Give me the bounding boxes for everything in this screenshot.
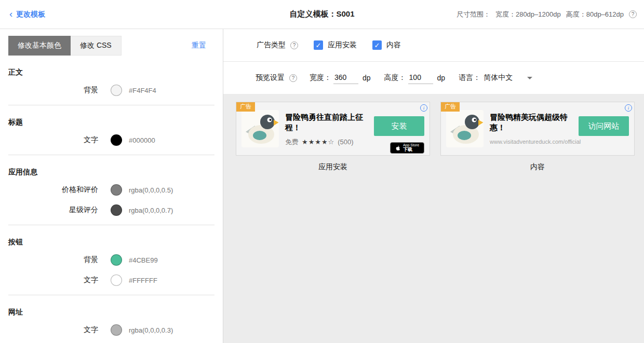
app-install-checkbox[interactable]: ✓ bbox=[314, 40, 323, 50]
language-selected-value: 简体中文 bbox=[484, 73, 513, 83]
ad-attribution-badge: 广告 bbox=[236, 102, 255, 112]
divider bbox=[8, 295, 214, 295]
content-caption: 内容 bbox=[530, 162, 545, 172]
editor-tabs: 修改基本颜色 修改 CSS 重置 bbox=[0, 36, 223, 56]
height-unit: dp bbox=[437, 74, 446, 82]
color-row-label: 价格和评价 bbox=[0, 185, 98, 195]
app-install-caption: 应用安装 bbox=[318, 162, 347, 172]
ad-rating-row: 免费 ★★★★☆ (500) bbox=[285, 138, 374, 147]
color-swatch[interactable] bbox=[111, 324, 122, 336]
ad-text-block: 冒险鸭精美玩偶超级特惠！ www.visitadventureduck.com/… bbox=[490, 107, 579, 145]
height-input[interactable] bbox=[408, 72, 433, 84]
color-row: 文字 rgba(0,0,0,0.3) bbox=[0, 323, 223, 337]
ad-preview-area: 广告 i 冒险鸭勇往直前踏上征 bbox=[223, 94, 644, 343]
width-input[interactable] bbox=[333, 72, 358, 84]
color-row-label: 背景 bbox=[0, 86, 98, 95]
ad-attribution-badge: 广告 bbox=[441, 102, 460, 112]
reset-button[interactable]: 重置 bbox=[192, 41, 206, 50]
color-swatch[interactable] bbox=[111, 184, 122, 196]
duck-app-icon bbox=[242, 110, 279, 147]
width-range-value: 宽度：280dp–1200dp bbox=[495, 10, 561, 19]
section-title: 正文 bbox=[8, 67, 223, 77]
back-link-label: 更改模板 bbox=[16, 10, 45, 19]
preview-settings-help-icon[interactable]: ? bbox=[289, 74, 297, 82]
language-select[interactable]: 简体中文 bbox=[484, 73, 532, 83]
content-checkbox-group[interactable]: ✓ 内容 bbox=[372, 40, 401, 50]
section-title: 网址 bbox=[8, 307, 223, 317]
help-icon[interactable]: ? bbox=[629, 10, 637, 18]
color-row: 背景 #F4F4F4 bbox=[0, 83, 223, 98]
ad-headline: 冒险鸭精美玩偶超级特惠！ bbox=[490, 112, 579, 133]
content-ad-card: 广告 i 冒险鸭精美玩偶超级特 bbox=[440, 102, 635, 156]
color-value: rgba(0,0,0,0.5) bbox=[129, 186, 173, 194]
chevron-down-icon bbox=[527, 77, 532, 79]
color-row-label: 星级评分 bbox=[0, 205, 98, 215]
content-checkbox[interactable]: ✓ bbox=[372, 40, 382, 50]
tab-edit-css[interactable]: 修改 CSS bbox=[71, 36, 122, 56]
tab-edit-basic-colors[interactable]: 修改基本颜色 bbox=[8, 36, 71, 56]
color-editor-sidebar: 修改基本颜色 修改 CSS 重置 正文 背景 #F4F4F4 标题 文字 bbox=[0, 29, 223, 343]
divider bbox=[8, 225, 214, 225]
content-ad-preview: 广告 i 冒险鸭精美玩偶超级特 bbox=[440, 102, 635, 172]
color-value: rgba(0,0,0,0.7) bbox=[129, 207, 173, 214]
color-row-label: 背景 bbox=[0, 255, 98, 265]
sidebar-section-body: 正文 背景 #F4F4F4 bbox=[0, 67, 223, 105]
preview-settings-row: 预览设置 ? 宽度： dp 高度： dp 语言： 简体中文 bbox=[223, 62, 644, 94]
back-chevron-icon: ‹ bbox=[9, 9, 12, 19]
ad-cta-column: 安装 App Store 下载 bbox=[374, 107, 424, 154]
ad-type-help-icon[interactable]: ? bbox=[290, 42, 298, 49]
color-swatch[interactable] bbox=[111, 254, 122, 266]
size-range-label: 尺寸范围： bbox=[457, 10, 490, 19]
ad-price: 免费 bbox=[285, 138, 299, 147]
ad-info-icon[interactable]: i bbox=[625, 104, 632, 112]
install-button[interactable]: 安装 bbox=[374, 116, 424, 136]
preview-panel: 广告类型 ? ✓ 应用安装 ✓ 内容 预览设置 ? 宽度： dp 高度： bbox=[223, 29, 644, 343]
app-install-ad-preview: 广告 i 冒险鸭勇往直前踏上征 bbox=[236, 102, 430, 172]
color-swatch[interactable] bbox=[111, 204, 122, 216]
height-range-value: 高度：80dp–612dp bbox=[566, 10, 624, 19]
color-row: 背景 #4CBE99 bbox=[0, 253, 223, 267]
sidebar-section-headline: 标题 文字 #000000 bbox=[0, 117, 223, 155]
color-row-label: 文字 bbox=[0, 325, 98, 335]
preview-settings-label: 预览设置 bbox=[256, 73, 285, 83]
height-field-label: 高度： bbox=[384, 73, 406, 83]
apple-logo-icon bbox=[395, 145, 401, 152]
store-badge-line2: 下载 bbox=[403, 147, 419, 153]
divider bbox=[8, 155, 214, 155]
color-row: 文字 #FFFFFF bbox=[0, 273, 223, 287]
color-swatch[interactable] bbox=[111, 275, 122, 286]
divider bbox=[8, 105, 214, 105]
app-window: ‹ 更改模板 自定义模板：S001 尺寸范围： 宽度：280dp–1200dp … bbox=[0, 0, 644, 343]
color-row: 文字 #000000 bbox=[0, 133, 223, 147]
ad-type-row: 广告类型 ? ✓ 应用安装 ✓ 内容 bbox=[223, 29, 644, 62]
ad-text-block: 冒险鸭勇往直前踏上征程！ 免费 ★★★★☆ (500) bbox=[285, 107, 374, 147]
ad-headline: 冒险鸭勇往直前踏上征程！ bbox=[285, 112, 374, 133]
app-install-checkbox-group[interactable]: ✓ 应用安装 bbox=[314, 40, 357, 50]
width-field-label: 宽度： bbox=[310, 73, 331, 83]
color-row: 价格和评价 rgba(0,0,0,0.5) bbox=[0, 183, 223, 197]
app-store-badge[interactable]: App Store 下载 bbox=[390, 142, 424, 154]
color-swatch[interactable] bbox=[111, 85, 122, 96]
ad-cta-column: 访问网站 bbox=[579, 107, 629, 136]
visit-site-button[interactable]: 访问网站 bbox=[579, 116, 629, 136]
color-row-label: 文字 bbox=[0, 135, 98, 145]
color-swatch[interactable] bbox=[111, 134, 122, 146]
color-value: #000000 bbox=[129, 136, 155, 144]
app-install-ad-card: 广告 i 冒险鸭勇往直前踏上征 bbox=[236, 102, 430, 156]
app-store-badge-text: App Store 下载 bbox=[403, 143, 419, 153]
size-range-info: 尺寸范围： 宽度：280dp–1200dp 高度：80dp–612dp ? bbox=[457, 10, 637, 19]
width-unit: dp bbox=[363, 74, 371, 82]
header-bar: ‹ 更改模板 自定义模板：S001 尺寸范围： 宽度：280dp–1200dp … bbox=[0, 0, 644, 29]
section-title: 标题 bbox=[8, 117, 223, 127]
color-row: 星级评分 rgba(0,0,0,0.7) bbox=[0, 203, 223, 217]
color-value: rgba(0,0,0,0.3) bbox=[129, 326, 173, 334]
sidebar-section-url: 网址 文字 rgba(0,0,0,0.3) bbox=[0, 307, 223, 337]
color-row-label: 文字 bbox=[0, 276, 98, 285]
color-value: #FFFFFF bbox=[129, 277, 157, 284]
back-to-templates-link[interactable]: ‹ 更改模板 bbox=[9, 9, 45, 19]
ad-info-icon[interactable]: i bbox=[420, 104, 427, 112]
color-value: #F4F4F4 bbox=[129, 87, 156, 94]
star-rating-icon: ★★★★☆ bbox=[302, 138, 334, 146]
page-title: 自定义模板：S001 bbox=[289, 9, 354, 19]
app-install-checkbox-label: 应用安装 bbox=[328, 40, 357, 50]
